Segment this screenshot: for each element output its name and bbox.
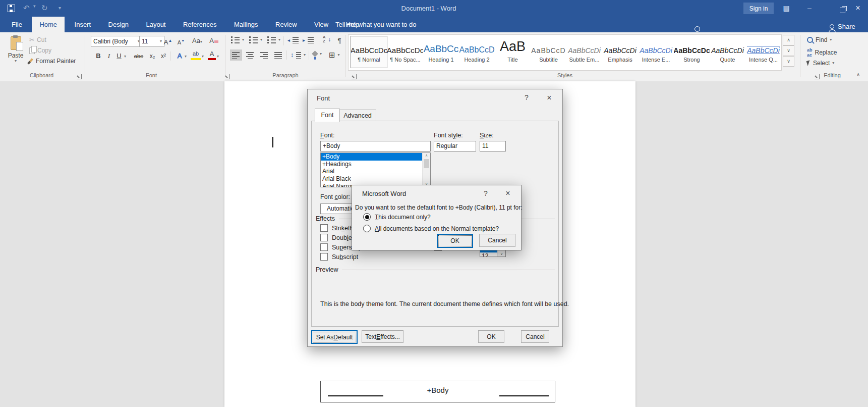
increase-indent-button[interactable]: ▸ bbox=[303, 36, 314, 43]
collapse-ribbon-icon[interactable]: ∧ bbox=[856, 72, 860, 77]
font-dialog-tab-advanced[interactable]: Advanced bbox=[339, 110, 376, 122]
paste-button[interactable]: Paste ▾ bbox=[5, 35, 26, 63]
tab-mailings[interactable]: Mailings bbox=[226, 17, 266, 32]
style-chip-normal[interactable]: AaBbCcDc¶ Normal bbox=[351, 36, 387, 68]
show-marks-button[interactable]: ¶ bbox=[335, 35, 344, 46]
list-item[interactable]: Arial bbox=[321, 168, 423, 175]
paragraph-dialog-launcher-icon[interactable] bbox=[352, 74, 357, 79]
radio-this-document[interactable]: This document only? bbox=[363, 213, 431, 221]
style-chip-subtle-emphasis[interactable]: AaBbCcDiSubtle Em... bbox=[566, 36, 602, 68]
style-chip-title[interactable]: AaBTitle bbox=[495, 36, 531, 68]
list-item[interactable]: +Headings bbox=[321, 161, 423, 168]
style-chip-intense-quote[interactable]: AaBbCcDiIntense Q... bbox=[745, 36, 781, 68]
font-dialog-ok-button[interactable]: OK bbox=[478, 330, 504, 343]
restore-icon[interactable] bbox=[840, 8, 845, 13]
close-icon[interactable]: × bbox=[852, 4, 863, 13]
style-chip-subtitle[interactable]: AaBbCcDSubtitle bbox=[531, 36, 566, 68]
msgbox-cancel-button[interactable]: Cancel bbox=[479, 234, 515, 247]
tab-design[interactable]: Design bbox=[101, 17, 136, 32]
format-painter-button[interactable]: Format Painter bbox=[27, 58, 76, 65]
borders-button[interactable]: ⊞▾ bbox=[329, 50, 340, 60]
font-dialog-help-icon[interactable]: ? bbox=[522, 93, 531, 101]
text-effects-button[interactable]: A bbox=[175, 50, 185, 62]
shrink-font-button[interactable]: A▼ bbox=[176, 35, 187, 48]
shading-button[interactable]: ▾ bbox=[313, 52, 322, 56]
line-spacing-button[interactable]: ↕▾ bbox=[291, 52, 306, 59]
minimize-icon[interactable]: – bbox=[804, 4, 815, 13]
replace-button[interactable]: abacReplace bbox=[807, 47, 837, 58]
styles-scroll-up-button[interactable]: ∧ bbox=[783, 35, 794, 45]
tab-file[interactable]: File bbox=[4, 17, 30, 32]
find-button[interactable]: Find▾ bbox=[807, 36, 832, 43]
msgbox-help-icon[interactable]: ? bbox=[481, 189, 490, 197]
cut-button[interactable]: ✂Cut bbox=[29, 36, 46, 43]
text-effects-dropdown-icon[interactable]: ▾ bbox=[185, 55, 187, 59]
text-effects-button-dialog[interactable]: Text Effects... bbox=[362, 330, 403, 343]
font-size-combo[interactable]: 11▾ bbox=[139, 36, 164, 47]
style-chip-heading1[interactable]: AaBbCcHeading 1 bbox=[423, 36, 459, 68]
tab-insert[interactable]: Insert bbox=[67, 17, 99, 32]
text-highlight-button[interactable]: ab bbox=[191, 49, 201, 60]
change-case-button[interactable]: Aa▾ bbox=[190, 35, 205, 46]
underline-button[interactable]: U bbox=[115, 50, 123, 62]
undo-icon[interactable]: ↶ bbox=[23, 4, 30, 13]
style-chip-intense-emphasis[interactable]: AaBbCcDiIntense E... bbox=[638, 36, 674, 68]
strikethrough-button[interactable]: abe bbox=[132, 50, 145, 62]
grow-font-button[interactable]: A▲ bbox=[162, 35, 173, 48]
radio-all-documents[interactable]: All documents based on the Normal templa… bbox=[363, 225, 499, 232]
tab-view[interactable]: View bbox=[307, 17, 336, 32]
font-name-combo[interactable]: Calibri (Body▾ bbox=[91, 36, 142, 47]
tab-references[interactable]: References bbox=[176, 17, 224, 32]
style-chip-no-spacing[interactable]: AaBbCcDc¶ No Spac... bbox=[387, 36, 423, 68]
tab-home[interactable]: Home bbox=[32, 17, 65, 32]
font-list-scrollbar[interactable]: ∧∨ bbox=[422, 153, 430, 187]
superscript-button[interactable]: x² bbox=[158, 50, 168, 62]
font-dialog-cancel-button[interactable]: Cancel bbox=[521, 330, 549, 343]
list-item[interactable]: +Body bbox=[321, 153, 423, 161]
qat-customize-icon[interactable]: ▾ bbox=[59, 5, 61, 11]
style-chip-heading2[interactable]: AaBbCcDHeading 2 bbox=[459, 36, 495, 68]
style-chip-emphasis[interactable]: AaBbCcDiEmphasis bbox=[602, 36, 638, 68]
multilevel-list-button[interactable]: ▾ bbox=[267, 36, 280, 43]
bullets-button[interactable]: ▾ bbox=[231, 36, 244, 43]
clipboard-dialog-launcher-icon[interactable] bbox=[77, 74, 82, 79]
copy-button[interactable]: Copy bbox=[29, 47, 51, 54]
font-list[interactable]: +Body +Headings Arial Arial Black Arial … bbox=[320, 152, 431, 187]
sign-in-button[interactable]: Sign in bbox=[743, 3, 774, 14]
font-dialog-close-icon[interactable]: × bbox=[545, 93, 554, 103]
tell-me-box[interactable]: Tell me what you want to do bbox=[335, 17, 416, 32]
font-color-button[interactable]: A bbox=[208, 49, 216, 60]
sort-button[interactable]: AZ ↓ bbox=[323, 35, 331, 43]
undo-dropdown-icon[interactable]: ▾ bbox=[33, 4, 36, 9]
align-right-button[interactable] bbox=[258, 49, 270, 61]
justify-button[interactable] bbox=[272, 49, 284, 61]
style-chip-quote[interactable]: AaBbCcDiQuote bbox=[710, 36, 745, 68]
ribbon-display-options-icon[interactable]: ▤ bbox=[781, 4, 792, 13]
bold-button[interactable]: B bbox=[94, 50, 103, 62]
font-dialog-tab-font[interactable]: Font bbox=[315, 109, 340, 122]
set-as-default-button[interactable]: Set As Default bbox=[311, 330, 358, 344]
clear-formatting-button[interactable]: A bbox=[208, 35, 220, 46]
numbering-button[interactable]: ▾ bbox=[249, 36, 262, 43]
msgbox-ok-button[interactable]: OK bbox=[437, 234, 473, 248]
styles-scroll-down-button[interactable]: ∨ bbox=[783, 45, 794, 56]
subscript-button[interactable]: x₂ bbox=[147, 50, 157, 62]
tab-review[interactable]: Review bbox=[268, 17, 305, 32]
select-button[interactable]: Select▾ bbox=[807, 60, 834, 67]
list-item[interactable]: 12 bbox=[480, 252, 498, 257]
styles-more-button[interactable]: ∨ bbox=[783, 56, 794, 67]
italic-button[interactable]: I bbox=[105, 50, 113, 62]
align-left-button[interactable] bbox=[230, 49, 242, 61]
redo-icon[interactable]: ↻ bbox=[41, 4, 48, 13]
list-item[interactable]: Arial Black bbox=[321, 175, 423, 183]
font-name-input[interactable]: +Body bbox=[320, 141, 431, 151]
msgbox-close-icon[interactable]: × bbox=[503, 189, 512, 198]
style-chip-strong[interactable]: AaBbCcDcStrong bbox=[674, 36, 710, 68]
decrease-indent-button[interactable]: ◂ bbox=[287, 36, 299, 43]
align-center-button[interactable] bbox=[244, 49, 256, 61]
save-icon[interactable] bbox=[8, 5, 15, 12]
underline-dropdown-icon[interactable]: ▾ bbox=[124, 55, 126, 59]
tab-layout[interactable]: Layout bbox=[138, 17, 173, 32]
highlight-dropdown-icon[interactable]: ▾ bbox=[202, 55, 204, 59]
subscript-checkbox[interactable]: Subscript bbox=[320, 253, 358, 261]
